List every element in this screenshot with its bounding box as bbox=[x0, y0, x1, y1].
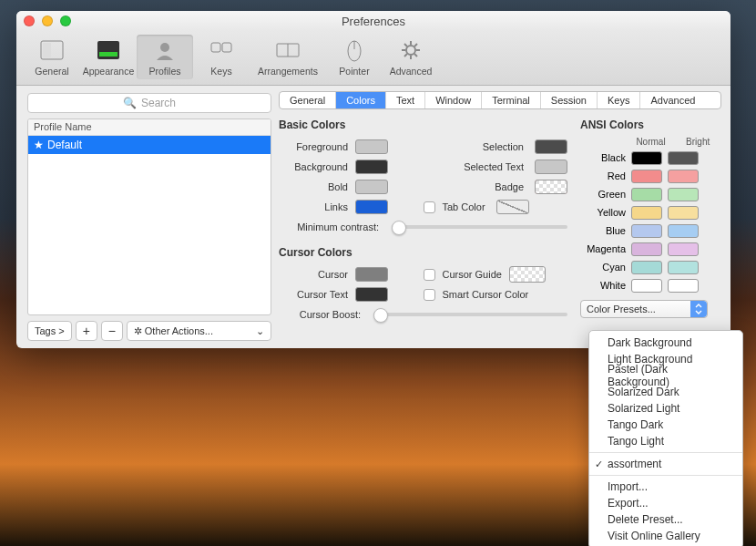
ansi-row: Yellow bbox=[580, 203, 721, 221]
ansi-row: Cyan bbox=[580, 258, 721, 276]
chevron-up-down-icon bbox=[690, 301, 707, 317]
window-title: Preferences bbox=[16, 15, 730, 28]
tab-terminal[interactable]: Terminal bbox=[482, 92, 541, 108]
chevron-down-icon: ⌄ bbox=[256, 325, 264, 337]
toolbar-keys[interactable]: Keys bbox=[193, 35, 250, 79]
min-contrast-slider[interactable] bbox=[392, 225, 567, 229]
appearance-icon bbox=[96, 37, 121, 63]
badge-swatch[interactable] bbox=[535, 180, 567, 194]
ansi-cyan-bright-swatch[interactable] bbox=[668, 261, 699, 274]
ansi-magenta-bright-swatch[interactable] bbox=[668, 242, 699, 256]
ansi-black-bright-swatch[interactable] bbox=[668, 151, 699, 165]
cursor-colors-header: Cursor Colors bbox=[279, 246, 567, 259]
general-icon bbox=[39, 37, 65, 63]
tab-text[interactable]: Text bbox=[386, 92, 425, 108]
ansi-green-normal-swatch[interactable] bbox=[631, 188, 662, 201]
menu-item[interactable]: Tango Light bbox=[589, 433, 742, 449]
menu-item[interactable]: Solarized Dark bbox=[589, 384, 742, 400]
bold-swatch[interactable] bbox=[355, 180, 388, 194]
pointer-icon bbox=[342, 37, 367, 63]
ansi-cyan-normal-swatch[interactable] bbox=[631, 261, 662, 274]
tab-general[interactable]: General bbox=[280, 92, 336, 108]
svg-line-19 bbox=[404, 54, 407, 57]
cursor-text-swatch[interactable] bbox=[355, 287, 388, 302]
ansi-row: Green bbox=[580, 185, 721, 203]
profile-tabs: General Colors Text Window Terminal Sess… bbox=[279, 91, 721, 109]
menu-item[interactable]: Dark Background bbox=[589, 335, 742, 351]
star-icon: ★ bbox=[34, 139, 44, 151]
toolbar: General Appearance Profiles Keys Arrange… bbox=[16, 31, 730, 86]
cursor-guide-swatch[interactable] bbox=[509, 266, 546, 283]
tab-session[interactable]: Session bbox=[541, 92, 598, 108]
menu-item-assortment[interactable]: assortment bbox=[589, 456, 742, 472]
ansi-white-bright-swatch[interactable] bbox=[668, 279, 699, 293]
tab-color-checkbox[interactable] bbox=[424, 201, 435, 213]
background-swatch[interactable] bbox=[355, 160, 388, 174]
ansi-magenta-normal-swatch[interactable] bbox=[631, 242, 662, 256]
titlebar: Preferences bbox=[16, 11, 730, 31]
gear-icon: ✲ bbox=[134, 325, 142, 336]
arrangements-icon bbox=[275, 37, 301, 63]
ansi-yellow-normal-swatch[interactable] bbox=[631, 206, 662, 220]
tab-colors[interactable]: Colors bbox=[336, 92, 386, 108]
links-swatch[interactable] bbox=[355, 200, 388, 214]
ansi-colors-header: ANSI Colors bbox=[580, 118, 721, 131]
ansi-green-bright-swatch[interactable] bbox=[668, 188, 699, 201]
other-actions-button[interactable]: ✲ Other Actions... ⌄ bbox=[127, 321, 271, 341]
svg-rect-5 bbox=[211, 43, 220, 52]
ansi-white-normal-swatch[interactable] bbox=[631, 279, 662, 293]
menu-item[interactable]: Import... bbox=[589, 479, 742, 495]
tab-color-swatch[interactable] bbox=[496, 200, 529, 214]
color-presets-button[interactable]: Color Presets... bbox=[580, 300, 708, 318]
profile-row-default[interactable]: ★ Default bbox=[28, 136, 271, 154]
ansi-red-normal-swatch[interactable] bbox=[631, 170, 662, 183]
ansi-blue-normal-swatch[interactable] bbox=[631, 224, 662, 238]
toolbar-appearance[interactable]: Appearance bbox=[80, 35, 137, 79]
svg-line-16 bbox=[404, 44, 407, 46]
ansi-yellow-bright-swatch[interactable] bbox=[668, 206, 699, 220]
gear-icon bbox=[398, 37, 424, 63]
search-icon: 🔍 bbox=[123, 97, 137, 109]
svg-rect-1 bbox=[43, 43, 51, 57]
search-input[interactable]: 🔍 Search bbox=[27, 93, 271, 113]
tab-window[interactable]: Window bbox=[425, 92, 482, 108]
toolbar-general[interactable]: General bbox=[24, 35, 80, 79]
cursor-swatch[interactable] bbox=[355, 267, 388, 282]
svg-point-11 bbox=[406, 46, 415, 55]
add-profile-button[interactable]: + bbox=[76, 321, 97, 341]
svg-point-4 bbox=[160, 43, 169, 52]
menu-item[interactable]: Delete Preset... bbox=[589, 511, 742, 528]
basic-colors-header: Basic Colors bbox=[279, 118, 567, 131]
ansi-row: Magenta bbox=[580, 240, 721, 258]
toolbar-profiles[interactable]: Profiles bbox=[137, 35, 193, 79]
menu-item[interactable]: Tango Dark bbox=[589, 417, 742, 433]
toolbar-advanced[interactable]: Advanced bbox=[383, 35, 439, 79]
selection-swatch[interactable] bbox=[535, 139, 567, 154]
ansi-blue-bright-swatch[interactable] bbox=[668, 224, 699, 238]
cursor-boost-slider[interactable] bbox=[373, 313, 567, 316]
tab-advanced[interactable]: Advanced bbox=[640, 92, 705, 108]
ansi-row: Red bbox=[580, 167, 721, 185]
menu-separator bbox=[589, 452, 742, 453]
cursor-guide-checkbox[interactable] bbox=[424, 269, 435, 281]
tags-button[interactable]: Tags > bbox=[27, 321, 72, 341]
ansi-black-normal-swatch[interactable] bbox=[631, 151, 662, 165]
menu-separator bbox=[589, 475, 742, 476]
svg-rect-3 bbox=[99, 52, 117, 57]
profile-list[interactable]: Profile Name ★ Default bbox=[27, 118, 271, 315]
remove-profile-button[interactable]: − bbox=[101, 321, 123, 341]
menu-item[interactable]: Export... bbox=[589, 495, 742, 511]
foreground-swatch[interactable] bbox=[355, 139, 388, 154]
preferences-window: Preferences General Appearance Profiles … bbox=[16, 11, 730, 348]
tab-keys[interactable]: Keys bbox=[598, 92, 640, 108]
toolbar-pointer[interactable]: Pointer bbox=[326, 35, 383, 79]
selected-text-swatch[interactable] bbox=[535, 160, 567, 174]
svg-line-18 bbox=[414, 44, 417, 46]
toolbar-arrangements[interactable]: Arrangements bbox=[250, 35, 326, 79]
smart-cursor-checkbox[interactable] bbox=[424, 289, 435, 301]
menu-item[interactable]: Solarized Light bbox=[589, 400, 742, 417]
menu-item[interactable]: Visit Online Gallery bbox=[589, 528, 742, 544]
ansi-red-bright-swatch[interactable] bbox=[668, 170, 699, 183]
menu-item[interactable]: Pastel (Dark Background) bbox=[589, 367, 742, 384]
color-presets-menu: Dark BackgroundLight BackgroundPastel (D… bbox=[588, 330, 743, 546]
